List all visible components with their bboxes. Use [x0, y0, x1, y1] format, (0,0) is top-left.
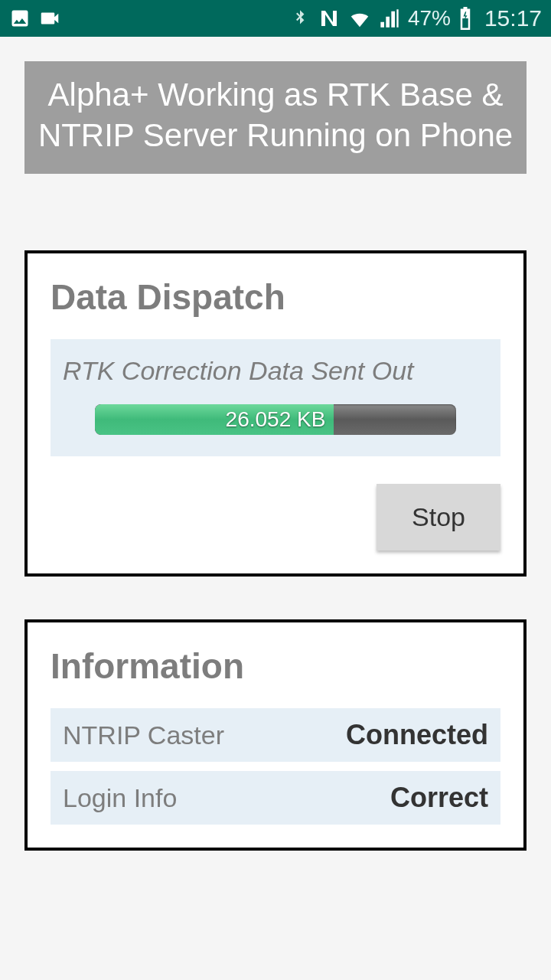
data-progress-label: 26.052 KB — [95, 404, 456, 435]
status-bar: 47% 15:17 — [0, 0, 551, 37]
battery-percent: 47% — [408, 6, 451, 31]
information-heading: Information — [51, 645, 500, 687]
clock-time: 15:17 — [484, 5, 542, 31]
data-dispatch-block: RTK Correction Data Sent Out 26.052 KB — [51, 339, 500, 456]
image-icon — [9, 8, 31, 29]
info-label: Login Info — [63, 783, 177, 813]
info-row-login-info: Login Info Correct — [51, 771, 500, 825]
battery-icon — [458, 7, 472, 30]
info-value: Connected — [346, 719, 488, 751]
info-row-ntrip-caster: NTRIP Caster Connected — [51, 708, 500, 762]
page-title-banner: Alpha+ Working as RTK Base & NTRIP Serve… — [24, 61, 527, 174]
info-label: NTRIP Caster — [63, 720, 224, 750]
n-letter-icon — [318, 7, 341, 30]
signal-icon — [379, 8, 400, 29]
data-dispatch-subtitle: RTK Correction Data Sent Out — [60, 356, 491, 386]
stop-button[interactable]: Stop — [377, 484, 500, 550]
data-dispatch-heading: Data Dispatch — [51, 276, 500, 318]
video-icon — [38, 7, 61, 30]
bluetooth-icon — [290, 8, 310, 28]
status-right: 47% 15:17 — [290, 5, 542, 31]
data-dispatch-card: Data Dispatch RTK Correction Data Sent O… — [24, 250, 527, 577]
information-card: Information NTRIP Caster Connected Login… — [24, 619, 527, 851]
data-progress-bar: 26.052 KB — [95, 404, 456, 435]
status-left — [9, 7, 61, 30]
page-title: Alpha+ Working as RTK Base & NTRIP Serve… — [38, 77, 513, 153]
wifi-icon — [348, 7, 371, 30]
info-value: Correct — [390, 782, 488, 814]
